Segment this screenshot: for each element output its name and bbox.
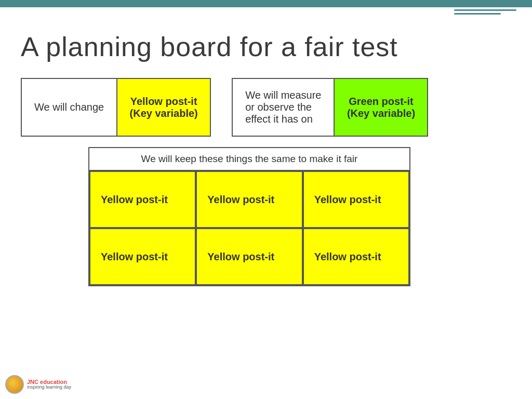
bottom-logo: JNC education inspiring learning day [5, 375, 71, 394]
postit-cell-5: Yellow post-it [196, 228, 302, 285]
top-right-decoration [454, 9, 516, 15]
change-white-label: We will change [22, 79, 116, 136]
change-yellow-label: Yellow post-it(Key variable) [116, 79, 210, 136]
keep-same-section: We will keep these things the same to ma… [88, 147, 511, 171]
logo-text: JNC education inspiring learning day [27, 379, 71, 390]
logo-text-bottom: inspiring learning day [27, 385, 71, 390]
postit-cell-6: Yellow post-it [303, 228, 409, 285]
top-bar [0, 0, 532, 7]
deco-line-1 [454, 9, 516, 11]
postit-grid: Yellow post-it Yellow post-it Yellow pos… [88, 171, 410, 286]
postit-cell-3: Yellow post-it [303, 171, 409, 228]
change-box-group: We will change Yellow post-it(Key variab… [21, 78, 211, 137]
deco-line-2 [454, 13, 501, 15]
keep-same-label: We will keep these things the same to ma… [88, 147, 410, 171]
main-content: A planning board for a fair test We will… [21, 31, 511, 378]
measure-box-group: We will measureor observe theeffect it h… [232, 78, 428, 137]
measure-white-label: We will measureor observe theeffect it h… [233, 79, 334, 136]
measure-green-label: Green post-it(Key variable) [334, 79, 427, 136]
postit-cell-2: Yellow post-it [196, 171, 302, 228]
page-title: A planning board for a fair test [21, 31, 511, 62]
postit-cell-4: Yellow post-it [89, 228, 196, 285]
postit-cell-1: Yellow post-it [89, 171, 196, 228]
logo-circle [5, 375, 24, 394]
top-boxes-row: We will change Yellow post-it(Key variab… [21, 78, 511, 137]
